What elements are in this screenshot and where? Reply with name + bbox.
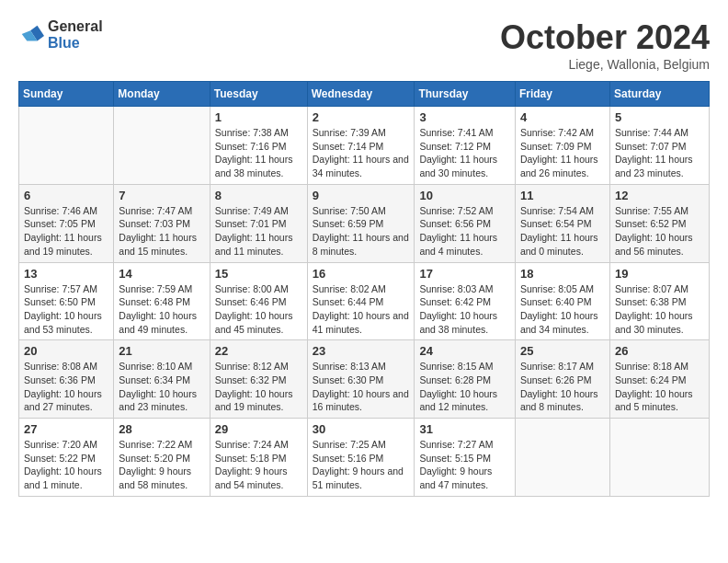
- calendar-week-row: 6Sunrise: 7:46 AM Sunset: 7:05 PM Daylig…: [19, 184, 710, 262]
- calendar-cell: 21Sunrise: 8:10 AM Sunset: 6:34 PM Dayli…: [114, 340, 210, 419]
- calendar-week-row: 27Sunrise: 7:20 AM Sunset: 5:22 PM Dayli…: [19, 419, 710, 497]
- day-number: 8: [215, 189, 302, 202]
- logo: General Blue: [18, 18, 103, 51]
- day-info: Sunrise: 7:54 AM Sunset: 6:54 PM Dayligh…: [520, 204, 605, 259]
- calendar-week-row: 13Sunrise: 7:57 AM Sunset: 6:50 PM Dayli…: [19, 262, 710, 340]
- day-info: Sunrise: 7:24 AM Sunset: 5:18 PM Dayligh…: [215, 438, 302, 492]
- day-number: 13: [24, 267, 108, 281]
- day-info: Sunrise: 8:18 AM Sunset: 6:24 PM Dayligh…: [615, 360, 704, 414]
- calendar-cell: 19Sunrise: 8:07 AM Sunset: 6:38 PM Dayli…: [609, 262, 709, 340]
- day-number: 10: [419, 189, 510, 202]
- day-info: Sunrise: 7:46 AM Sunset: 7:05 PM Dayligh…: [24, 204, 108, 259]
- day-info: Sunrise: 7:57 AM Sunset: 6:50 PM Dayligh…: [24, 282, 108, 337]
- calendar-cell: [515, 419, 609, 497]
- day-number: 3: [419, 110, 510, 124]
- day-number: 17: [419, 267, 510, 281]
- logo-general: General: [48, 18, 103, 35]
- day-number: 11: [520, 189, 605, 202]
- calendar-cell: 1Sunrise: 7:38 AM Sunset: 7:16 PM Daylig…: [210, 107, 307, 185]
- header-tuesday: Tuesday: [210, 82, 307, 107]
- day-info: Sunrise: 8:13 AM Sunset: 6:30 PM Dayligh…: [313, 360, 410, 414]
- day-info: Sunrise: 8:05 AM Sunset: 6:40 PM Dayligh…: [520, 282, 605, 337]
- day-number: 27: [24, 422, 108, 436]
- day-number: 22: [215, 344, 302, 358]
- location-subtitle: Liege, Wallonia, Belgium: [500, 57, 710, 72]
- day-info: Sunrise: 7:44 AM Sunset: 7:07 PM Dayligh…: [615, 126, 704, 180]
- day-number: 6: [24, 189, 108, 202]
- calendar-cell: 29Sunrise: 7:24 AM Sunset: 5:18 PM Dayli…: [210, 419, 307, 497]
- header-thursday: Thursday: [415, 82, 516, 107]
- calendar-cell: 8Sunrise: 7:49 AM Sunset: 7:01 PM Daylig…: [210, 184, 307, 262]
- day-info: Sunrise: 7:59 AM Sunset: 6:48 PM Dayligh…: [119, 282, 204, 337]
- day-info: Sunrise: 7:50 AM Sunset: 6:59 PM Dayligh…: [313, 204, 410, 259]
- header-monday: Monday: [114, 82, 210, 107]
- header-wednesday: Wednesday: [307, 82, 415, 107]
- day-number: 12: [615, 189, 704, 202]
- day-info: Sunrise: 8:07 AM Sunset: 6:38 PM Dayligh…: [615, 282, 704, 337]
- day-info: Sunrise: 7:41 AM Sunset: 7:12 PM Dayligh…: [419, 126, 510, 180]
- day-number: 14: [119, 267, 204, 281]
- day-number: 21: [119, 344, 204, 358]
- title-section: October 2024 Liege, Wallonia, Belgium: [500, 18, 710, 72]
- calendar-cell: 10Sunrise: 7:52 AM Sunset: 6:56 PM Dayli…: [415, 184, 516, 262]
- calendar-week-row: 1Sunrise: 7:38 AM Sunset: 7:16 PM Daylig…: [19, 107, 710, 185]
- calendar-cell: 11Sunrise: 7:54 AM Sunset: 6:54 PM Dayli…: [515, 184, 609, 262]
- day-number: 9: [313, 189, 410, 202]
- calendar-cell: 15Sunrise: 8:00 AM Sunset: 6:46 PM Dayli…: [210, 262, 307, 340]
- day-info: Sunrise: 7:38 AM Sunset: 7:16 PM Dayligh…: [215, 126, 302, 180]
- calendar-header-row: SundayMondayTuesdayWednesdayThursdayFrid…: [19, 82, 710, 107]
- calendar-cell: 25Sunrise: 8:17 AM Sunset: 6:26 PM Dayli…: [515, 340, 609, 419]
- logo-text: General Blue: [48, 18, 103, 51]
- logo-blue: Blue: [48, 35, 103, 52]
- calendar-cell: 26Sunrise: 8:18 AM Sunset: 6:24 PM Dayli…: [609, 340, 709, 419]
- day-info: Sunrise: 8:02 AM Sunset: 6:44 PM Dayligh…: [313, 282, 410, 337]
- month-title: October 2024: [500, 18, 710, 57]
- day-info: Sunrise: 7:39 AM Sunset: 7:14 PM Dayligh…: [313, 126, 410, 180]
- day-info: Sunrise: 8:03 AM Sunset: 6:42 PM Dayligh…: [419, 282, 510, 337]
- calendar-cell: 31Sunrise: 7:27 AM Sunset: 5:15 PM Dayli…: [415, 419, 516, 497]
- calendar-cell: 13Sunrise: 7:57 AM Sunset: 6:50 PM Dayli…: [19, 262, 114, 340]
- day-info: Sunrise: 8:00 AM Sunset: 6:46 PM Dayligh…: [215, 282, 302, 337]
- day-number: 20: [24, 344, 108, 358]
- calendar-cell: [114, 107, 210, 185]
- day-number: 15: [215, 267, 302, 281]
- calendar-cell: 16Sunrise: 8:02 AM Sunset: 6:44 PM Dayli…: [307, 262, 415, 340]
- day-info: Sunrise: 7:27 AM Sunset: 5:15 PM Dayligh…: [419, 438, 510, 492]
- day-info: Sunrise: 8:08 AM Sunset: 6:36 PM Dayligh…: [24, 360, 108, 414]
- calendar-cell: 27Sunrise: 7:20 AM Sunset: 5:22 PM Dayli…: [19, 419, 114, 497]
- calendar-cell: 18Sunrise: 8:05 AM Sunset: 6:40 PM Dayli…: [515, 262, 609, 340]
- day-number: 19: [615, 267, 704, 281]
- day-info: Sunrise: 8:10 AM Sunset: 6:34 PM Dayligh…: [119, 360, 204, 414]
- calendar-cell: 30Sunrise: 7:25 AM Sunset: 5:16 PM Dayli…: [307, 419, 415, 497]
- day-number: 24: [419, 344, 510, 358]
- day-info: Sunrise: 7:25 AM Sunset: 5:16 PM Dayligh…: [313, 438, 410, 492]
- calendar-cell: 22Sunrise: 8:12 AM Sunset: 6:32 PM Dayli…: [210, 340, 307, 419]
- header-saturday: Saturday: [609, 82, 709, 107]
- day-number: 7: [119, 189, 204, 202]
- calendar-cell: 2Sunrise: 7:39 AM Sunset: 7:14 PM Daylig…: [307, 107, 415, 185]
- day-info: Sunrise: 7:42 AM Sunset: 7:09 PM Dayligh…: [520, 126, 605, 180]
- calendar-cell: 20Sunrise: 8:08 AM Sunset: 6:36 PM Dayli…: [19, 340, 114, 419]
- day-number: 28: [119, 422, 204, 436]
- day-info: Sunrise: 7:55 AM Sunset: 6:52 PM Dayligh…: [615, 204, 704, 259]
- calendar-cell: [19, 107, 114, 185]
- day-number: 31: [419, 422, 510, 436]
- day-info: Sunrise: 7:47 AM Sunset: 7:03 PM Dayligh…: [119, 204, 204, 259]
- calendar-cell: 5Sunrise: 7:44 AM Sunset: 7:07 PM Daylig…: [609, 107, 709, 185]
- day-number: 23: [313, 344, 410, 358]
- calendar-cell: [609, 419, 709, 497]
- day-info: Sunrise: 7:49 AM Sunset: 7:01 PM Dayligh…: [215, 204, 302, 259]
- calendar-cell: 23Sunrise: 8:13 AM Sunset: 6:30 PM Dayli…: [307, 340, 415, 419]
- day-number: 5: [615, 110, 704, 124]
- day-number: 30: [313, 422, 410, 436]
- calendar-cell: 3Sunrise: 7:41 AM Sunset: 7:12 PM Daylig…: [415, 107, 516, 185]
- calendar-cell: 24Sunrise: 8:15 AM Sunset: 6:28 PM Dayli…: [415, 340, 516, 419]
- calendar-cell: 28Sunrise: 7:22 AM Sunset: 5:20 PM Dayli…: [114, 419, 210, 497]
- day-info: Sunrise: 8:15 AM Sunset: 6:28 PM Dayligh…: [419, 360, 510, 414]
- calendar-cell: 17Sunrise: 8:03 AM Sunset: 6:42 PM Dayli…: [415, 262, 516, 340]
- day-info: Sunrise: 7:52 AM Sunset: 6:56 PM Dayligh…: [419, 204, 510, 259]
- page-header: General Blue October 2024 Liege, Walloni…: [18, 18, 710, 72]
- calendar-cell: 7Sunrise: 7:47 AM Sunset: 7:03 PM Daylig…: [114, 184, 210, 262]
- day-number: 18: [520, 267, 605, 281]
- day-number: 1: [215, 110, 302, 124]
